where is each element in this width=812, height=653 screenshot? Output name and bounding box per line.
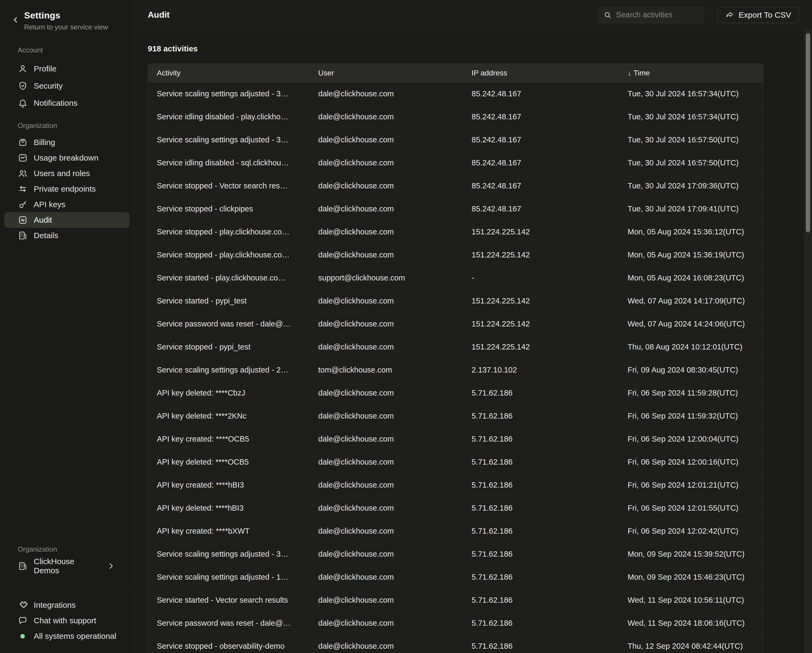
user-cell: dale@clickhouse.com — [309, 520, 463, 542]
chat-bubble-icon — [18, 616, 28, 626]
activities-count: 918 activities — [148, 44, 198, 53]
table-row: Service stopped - observability-demo dal… — [148, 635, 763, 653]
ip-cell: 5.71.62.186 — [463, 451, 619, 473]
organization-name: ClickHouse Demos — [34, 557, 100, 575]
time-cell: Fri, 06 Sep 2024 12:00:16(UTC) — [619, 451, 763, 473]
sidebar-item-chat-support[interactable]: Chat with support — [4, 613, 130, 629]
activity-cell: Service started - Vector search results — [148, 589, 309, 612]
user-cell: dale@clickhouse.com — [309, 405, 463, 427]
table-header: Activity User IP address ↓ Time — [148, 64, 763, 82]
sidebar-item-security[interactable]: Security — [4, 77, 130, 95]
billing-icon — [18, 137, 28, 148]
ip-cell: 5.71.62.186 — [463, 589, 619, 612]
activity-cell: API key deleted: ****OCB5 — [148, 451, 309, 473]
key-icon — [18, 199, 28, 209]
audit-page: Audit Export To CSV 918 activities Activ… — [134, 0, 812, 653]
sidebar-item-label: Users and roles — [34, 169, 90, 178]
sidebar-item-label: Notifications — [34, 99, 77, 108]
sidebar-item-integrations[interactable]: Integrations — [4, 597, 130, 613]
back-button[interactable] — [11, 14, 23, 26]
sidebar-item-label: Private endpoints — [34, 185, 96, 194]
activity-cell: Service stopped - clickpipes — [148, 197, 309, 220]
section-label-organization-bottom: Organization — [18, 545, 57, 554]
time-cell: Wed, 07 Aug 2024 14:24:06(UTC) — [619, 313, 763, 335]
time-cell: Thu, 08 Aug 2024 10:12:01(UTC) — [619, 336, 763, 359]
table-body: Service scaling settings adjusted - 3… d… — [148, 82, 763, 653]
users-icon — [18, 168, 28, 179]
table-row: Service scaling settings adjusted - 3… d… — [148, 82, 763, 105]
scrollbar-handle[interactable] — [806, 33, 810, 232]
user-icon — [18, 64, 28, 74]
sidebar-item-usage-breakdown[interactable]: Usage breakdown — [4, 150, 130, 166]
table-row: Service scaling settings adjusted - 1… d… — [148, 566, 763, 589]
column-header-ip[interactable]: IP address — [463, 64, 619, 82]
activity-cell: Service scaling settings adjusted - 3… — [148, 128, 309, 151]
sidebar-item-api-keys[interactable]: API keys — [4, 197, 130, 212]
user-cell: dale@clickhouse.com — [309, 197, 463, 220]
search-activities-box — [598, 7, 704, 23]
sidebar-item-profile[interactable]: Profile — [4, 60, 130, 77]
table-row: Service stopped - Vector search res… dal… — [148, 174, 763, 197]
sidebar-item-users-and-roles[interactable]: Users and roles — [4, 166, 130, 181]
activity-cell: API key deleted: ****CbzJ — [148, 381, 309, 404]
export-csv-button[interactable]: Export To CSV — [717, 7, 799, 23]
time-cell: Wed, 11 Sep 2024 18:06:16(UTC) — [619, 612, 763, 635]
table-row: Service started - pypi_test dale@clickho… — [148, 290, 763, 313]
export-csv-label: Export To CSV — [739, 11, 791, 20]
sidebar-item-billing[interactable]: Billing — [4, 134, 130, 150]
search-input[interactable] — [615, 10, 699, 20]
table-row: Service stopped - play.clickhouse.co… da… — [148, 244, 763, 267]
sidebar-item-label: API keys — [34, 200, 65, 209]
settings-sidebar: Settings Return to your service view Acc… — [0, 0, 134, 653]
activity-cell: API key created: ****bXWT — [148, 520, 309, 542]
time-cell: Wed, 11 Sep 2024 10:56:11(UTC) — [619, 589, 763, 612]
activity-cell: Service scaling settings adjusted - 3… — [148, 82, 309, 105]
time-cell: Fri, 06 Sep 2024 12:02:42(UTC) — [619, 520, 763, 542]
ip-cell: 151.224.225.142 — [463, 336, 619, 359]
scrollbar-track[interactable] — [804, 30, 812, 653]
sidebar-item-private-endpoints[interactable]: Private endpoints — [4, 181, 130, 197]
ip-cell: 85.242.48.167 — [463, 82, 619, 105]
time-cell: Fri, 06 Sep 2024 11:59:28(UTC) — [619, 381, 763, 404]
organization-switcher[interactable]: ClickHouse Demos — [4, 558, 130, 574]
column-header-activity[interactable]: Activity — [148, 64, 309, 82]
column-header-user[interactable]: User — [309, 64, 463, 82]
table-row: Service scaling settings adjusted - 2… t… — [148, 359, 763, 381]
user-cell: dale@clickhouse.com — [309, 151, 463, 174]
activity-cell: Service stopped - Vector search res… — [148, 174, 309, 197]
column-header-time[interactable]: ↓ Time — [619, 64, 763, 82]
sidebar-item-notifications[interactable]: Notifications — [4, 95, 130, 111]
user-cell: dale@clickhouse.com — [309, 82, 463, 105]
section-label-organization: Organization — [18, 122, 57, 130]
time-cell: Mon, 05 Aug 2024 16:08:23(UTC) — [619, 267, 763, 289]
activity-cell: Service started - play.clickhouse.co… — [148, 267, 309, 289]
ip-cell: 85.242.48.167 — [463, 128, 619, 151]
user-cell: dale@clickhouse.com — [309, 244, 463, 266]
page-topbar: Audit Export To CSV — [134, 0, 812, 30]
user-cell: dale@clickhouse.com — [309, 105, 463, 128]
sidebar-item-label: Usage breakdown — [34, 153, 99, 162]
table-row: Service started - Vector search results … — [148, 589, 763, 612]
ip-cell: 151.224.225.142 — [463, 313, 619, 335]
ip-cell: 151.224.225.142 — [463, 221, 619, 243]
ip-cell: 5.71.62.186 — [463, 497, 619, 519]
user-cell: dale@clickhouse.com — [309, 566, 463, 589]
time-cell: Fri, 06 Sep 2024 12:00:04(UTC) — [619, 428, 763, 450]
activity-cell: API key deleted: ****hBI3 — [148, 497, 309, 519]
export-arrow-icon — [725, 11, 734, 20]
time-cell: Fri, 09 Aug 2024 08:30:45(UTC) — [619, 359, 763, 381]
sidebar-item-details[interactable]: Details — [4, 228, 130, 243]
shield-check-icon — [18, 81, 28, 91]
system-status[interactable]: All systems operational — [4, 629, 130, 644]
time-cell: Mon, 05 Aug 2024 15:36:12(UTC) — [619, 221, 763, 243]
time-cell: Tue, 30 Jul 2024 17:09:36(UTC) — [619, 174, 763, 197]
ip-cell: 5.71.62.186 — [463, 474, 619, 496]
activity-cell: Service stopped - pypi_test — [148, 336, 309, 359]
user-cell: dale@clickhouse.com — [309, 589, 463, 612]
table-row: API key deleted: ****hBI3 dale@clickhous… — [148, 497, 763, 520]
user-cell: tom@clickhouse.com — [309, 359, 463, 381]
activity-cell: Service idling disabled - sql.clickhou… — [148, 151, 309, 174]
activity-cell: Service stopped - play.clickhouse.co… — [148, 221, 309, 243]
table-row: API key created: ****OCB5 dale@clickhous… — [148, 428, 763, 451]
sidebar-item-audit[interactable]: Audit — [4, 212, 130, 228]
